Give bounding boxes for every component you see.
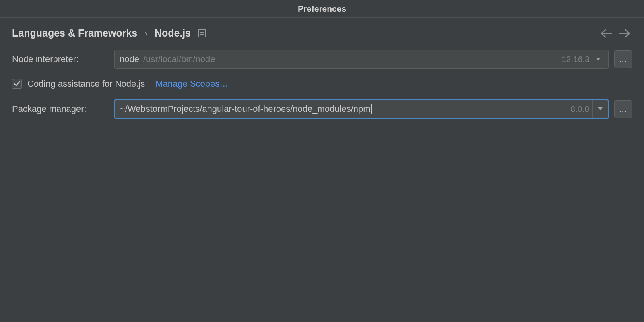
node-interpreter-browse-button[interactable]: ... — [614, 50, 632, 68]
package-manager-browse-button[interactable]: ... — [614, 100, 632, 118]
coding-assistance-label[interactable]: Coding assistance for Node.js — [27, 78, 145, 89]
back-button[interactable] — [601, 29, 612, 38]
node-interpreter-label: Node interpreter: — [12, 54, 109, 64]
breadcrumb-current: Node.js — [155, 27, 191, 39]
titlebar: Preferences — [0, 0, 644, 18]
settings-form: Node interpreter: node /usr/local/bin/no… — [0, 47, 644, 131]
chevron-down-icon — [592, 100, 603, 118]
breadcrumb-separator-icon: › — [144, 29, 147, 38]
node-interpreter-prefix: node — [120, 54, 139, 64]
checkmark-icon — [14, 80, 20, 87]
text-cursor — [371, 104, 372, 114]
node-interpreter-path: /usr/local/bin/node — [143, 54, 215, 64]
nav-arrows — [601, 29, 632, 38]
package-manager-dropdown[interactable]: ~/WebstormProjects/angular-tour-of-heroe… — [114, 99, 609, 119]
project-settings-icon — [198, 29, 206, 37]
node-interpreter-dropdown[interactable]: node /usr/local/bin/node 12.16.3 — [114, 50, 609, 69]
arrow-right-icon — [619, 29, 630, 38]
window-title: Preferences — [298, 4, 346, 14]
package-manager-value: ~/WebstormProjects/angular-tour-of-heroe… — [120, 104, 371, 114]
breadcrumb: Languages & Frameworks › Node.js — [0, 18, 644, 47]
arrow-left-icon — [601, 29, 612, 38]
node-interpreter-row: Node interpreter: node /usr/local/bin/no… — [12, 50, 632, 69]
coding-assistance-checkbox[interactable] — [12, 79, 22, 89]
coding-assistance-row: Coding assistance for Node.js Manage Sco… — [12, 78, 632, 89]
package-manager-row: Package manager: ~/WebstormProjects/angu… — [12, 99, 632, 119]
manage-scopes-link[interactable]: Manage Scopes… — [155, 78, 228, 89]
forward-button[interactable] — [619, 29, 630, 38]
package-manager-label: Package manager: — [12, 104, 109, 114]
breadcrumb-parent[interactable]: Languages & Frameworks — [12, 27, 137, 39]
package-manager-version: 8.0.0 — [570, 104, 592, 114]
node-interpreter-version: 12.16.3 — [561, 54, 593, 64]
chevron-down-icon — [593, 57, 603, 61]
